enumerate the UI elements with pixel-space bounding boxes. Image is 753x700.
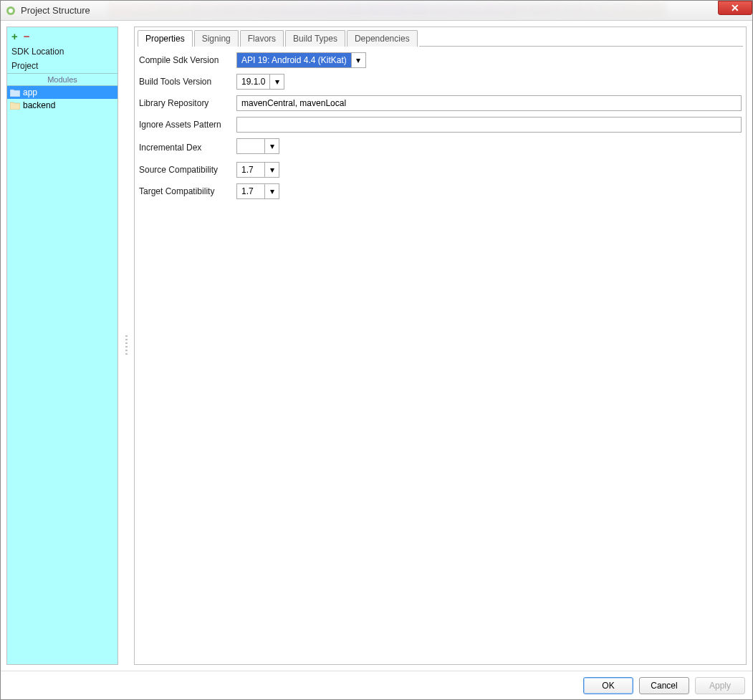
- source-compat-value: 1.7: [236, 162, 265, 178]
- incremental-dex-label: Incremental Dex: [139, 143, 232, 153]
- incremental-dex-combo[interactable]: ▾: [236, 138, 279, 154]
- tab-build-types[interactable]: Build Types: [285, 30, 345, 47]
- compile-sdk-value: API 19: Android 4.4 (KitKat): [236, 52, 352, 68]
- cancel-button[interactable]: Cancel: [639, 677, 689, 694]
- chevron-down-icon[interactable]: ▾: [352, 52, 366, 68]
- dialog-body: + − SDK Location Project Modules app: [1, 21, 752, 699]
- tab-label: Dependencies: [355, 34, 410, 44]
- chevron-down-icon[interactable]: ▾: [270, 74, 284, 90]
- tabs: Properties Signing Flavors Build Types D…: [135, 27, 746, 47]
- sidebar-toolbar: + −: [7, 27, 117, 44]
- sidebar-section-modules: Modules: [7, 73, 117, 86]
- incremental-dex-value: [236, 138, 265, 154]
- ok-button[interactable]: OK: [583, 677, 633, 694]
- svg-point-1: [9, 9, 13, 13]
- window-title: Project Structure: [21, 5, 90, 16]
- main-area: + − SDK Location Project Modules app: [1, 21, 752, 671]
- target-compat-value: 1.7: [236, 183, 265, 199]
- sidebar-section-label: Modules: [47, 75, 77, 84]
- compile-sdk-label: Compile Sdk Version: [139, 55, 232, 65]
- target-compat-label: Target Compatibility: [139, 186, 232, 196]
- close-icon: ✕: [731, 2, 739, 14]
- library-repo-label: Library Repository: [139, 98, 232, 108]
- dialog-footer: OK Cancel Apply: [1, 671, 752, 699]
- sidebar-item-sdk-location[interactable]: SDK Location: [7, 44, 117, 59]
- ignore-assets-label: Ignore Assets Pattern: [139, 120, 232, 130]
- tab-label: Flavors: [248, 34, 276, 44]
- tab-properties[interactable]: Properties: [138, 30, 193, 47]
- sidebar-module-backend[interactable]: backend: [7, 99, 117, 112]
- remove-module-button[interactable]: −: [24, 30, 30, 42]
- sidebar-module-app[interactable]: app: [7, 86, 117, 99]
- chevron-down-icon[interactable]: ▾: [265, 138, 279, 154]
- tab-label: Build Types: [293, 34, 337, 44]
- content-panel: Properties Signing Flavors Build Types D…: [134, 27, 747, 665]
- tab-dependencies[interactable]: Dependencies: [347, 30, 418, 47]
- close-button[interactable]: ✕: [718, 1, 752, 15]
- sidebar-item-project[interactable]: Project: [7, 59, 117, 73]
- app-icon: [5, 5, 16, 16]
- tab-label: Signing: [202, 34, 231, 44]
- sidebar-module-label: backend: [23, 100, 55, 110]
- build-tools-label: Build Tools Version: [139, 77, 232, 87]
- tab-filler: [419, 30, 743, 47]
- folder-icon: [10, 101, 20, 110]
- sidebar-item-label: SDK Location: [11, 47, 64, 57]
- ignore-assets-input[interactable]: [236, 117, 742, 133]
- source-compat-combo[interactable]: 1.7 ▾: [236, 162, 279, 178]
- splitter[interactable]: [124, 27, 128, 665]
- titlebar: Project Structure ✕: [1, 1, 752, 21]
- tab-flavors[interactable]: Flavors: [240, 30, 284, 47]
- build-tools-value: 19.1.0: [236, 74, 270, 90]
- project-structure-dialog: Project Structure ✕ + − SDK Location Pro…: [0, 0, 753, 700]
- properties-form: Compile Sdk Version API 19: Android 4.4 …: [135, 47, 746, 205]
- background-window-blur: [108, 2, 666, 16]
- compile-sdk-combo[interactable]: API 19: Android 4.4 (KitKat) ▾: [236, 52, 366, 68]
- build-tools-combo[interactable]: 19.1.0 ▾: [236, 74, 284, 90]
- chevron-down-icon[interactable]: ▾: [265, 162, 279, 178]
- tab-label: Properties: [145, 34, 185, 44]
- add-module-button[interactable]: +: [11, 30, 18, 42]
- folder-icon: [10, 88, 20, 97]
- apply-button: Apply: [695, 677, 745, 694]
- chevron-down-icon[interactable]: ▾: [265, 183, 279, 199]
- target-compat-combo[interactable]: 1.7 ▾: [236, 183, 279, 199]
- source-compat-label: Source Compatibility: [139, 165, 232, 175]
- window-controls: ✕: [719, 1, 752, 15]
- sidebar-item-label: Project: [11, 61, 38, 71]
- tab-signing[interactable]: Signing: [194, 30, 239, 47]
- library-repo-input[interactable]: [236, 95, 742, 111]
- sidebar: + − SDK Location Project Modules app: [6, 27, 118, 665]
- sidebar-module-label: app: [23, 87, 37, 97]
- splitter-grip-icon: [125, 335, 128, 357]
